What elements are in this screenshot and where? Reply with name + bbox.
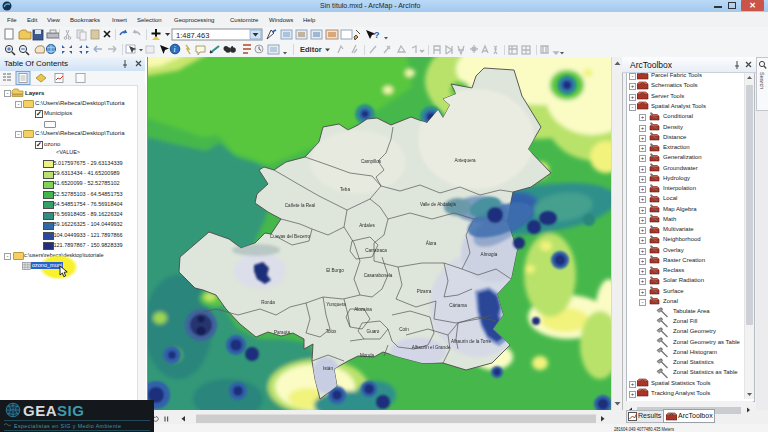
- svg-text:Alhaurín de la Torre: Alhaurín de la Torre: [451, 339, 491, 344]
- svg-text:i: i: [173, 45, 175, 54]
- svg-text:1:487.463: 1:487.463: [176, 31, 209, 40]
- svg-text:281604.049 4077480.435 Meters: 281604.049 4077480.435 Meters: [614, 426, 674, 432]
- svg-text:Guaro: Guaro: [367, 329, 380, 334]
- svg-text:?: ?: [374, 30, 380, 40]
- svg-text:Especialistas en SIG y Medio A: Especialistas en SIG y Medio Ambiente: [14, 423, 121, 429]
- svg-text:Teba: Teba: [340, 187, 350, 192]
- svg-text:Cañete la Real: Cañete la Real: [285, 203, 315, 208]
- svg-text:Yunquera: Yunquera: [326, 302, 346, 307]
- svg-text:GEASIG: GEASIG: [23, 402, 84, 419]
- svg-text:Antequera: Antequera: [454, 158, 476, 163]
- svg-text:Parauta: Parauta: [274, 330, 291, 335]
- svg-text:Ardales: Ardales: [359, 223, 375, 228]
- svg-text:Ronda: Ronda: [261, 300, 275, 305]
- svg-text:Alhaurín el Grande: Alhaurín el Grande: [412, 345, 451, 350]
- svg-text:Casarabonela: Casarabonela: [364, 273, 393, 278]
- svg-text:Valle de Abdalajís: Valle de Abdalajís: [420, 202, 457, 207]
- svg-text:Istán: Istán: [323, 366, 333, 371]
- svg-text:Pizarra: Pizarra: [417, 289, 432, 294]
- svg-text:Monda: Monda: [360, 353, 374, 358]
- svg-text:Tolox: Tolox: [326, 329, 337, 334]
- svg-text:Cuevas del Becerro: Cuevas del Becerro: [270, 234, 311, 239]
- svg-text:Carratraca: Carratraca: [365, 248, 387, 253]
- svg-text:Alozaina: Alozaina: [354, 307, 372, 312]
- svg-text:Campillos: Campillos: [361, 159, 382, 164]
- svg-text:Álora: Álora: [426, 240, 437, 246]
- svg-text:Editor: Editor: [300, 45, 322, 54]
- svg-text:Coín: Coín: [399, 327, 409, 332]
- svg-text:Cártama: Cártama: [449, 303, 467, 308]
- svg-text:El Burgo: El Burgo: [326, 268, 344, 273]
- svg-text:Almogía: Almogía: [481, 252, 498, 257]
